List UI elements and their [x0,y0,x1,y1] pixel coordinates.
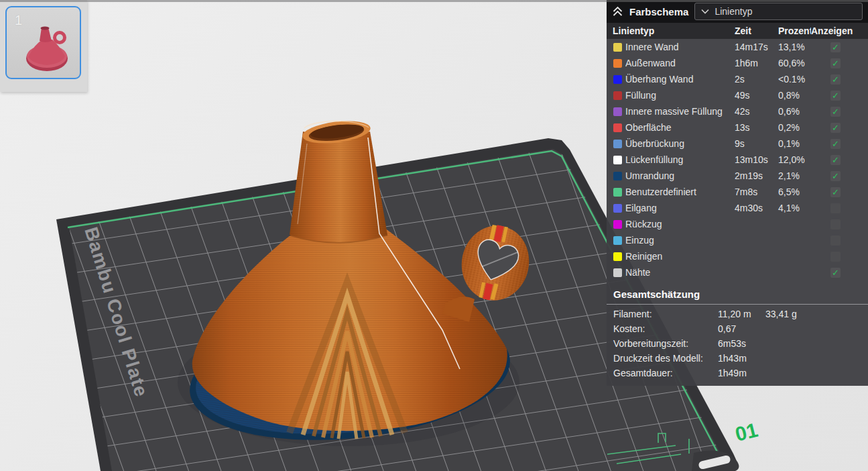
line-type-visibility-checkbox[interactable]: ✓ [830,91,841,101]
line-type-time: 14m17s [735,42,778,52]
line-type-row: Einzug [607,232,868,248]
header-percent: Prozent [778,25,811,36]
line-type-row: Innere Wand14m17s13,1%✓ [607,39,868,55]
line-type-time: 2s [735,74,778,85]
totals-row: Kosten:0,67 [607,321,868,336]
line-type-visibility-checkbox[interactable]: ✓ [830,171,841,181]
header-time: Zeit [735,25,778,36]
line-type-percent: 13,1% [778,42,830,52]
line-type-row: Oberfläche13s0,2%✓ [607,119,868,136]
totals-value: 6m53s [718,338,765,349]
line-type-visibility-checkbox[interactable]: ✓ [830,139,841,149]
line-type-color-swatch [613,188,622,197]
line-type-percent: 2,1% [778,170,830,181]
line-type-table-header: Linientyp Zeit Prozent Anzeigen [607,23,868,39]
line-type-percent: 0,8% [778,90,830,101]
line-type-row: Rückzug [607,216,868,232]
line-type-row: Überbrückung9s0,1%✓ [607,136,868,152]
totals-row: Filament:11,20 m33,41 g [607,307,868,321]
line-type-time: 13m10s [735,154,778,165]
line-type-color-swatch [613,59,622,68]
plate-thumbnail-card[interactable]: 1 [0,0,87,92]
line-type-color-swatch [613,252,622,261]
line-type-time: 13s [735,122,778,133]
line-type-percent: 0,1% [778,138,830,149]
color-scheme-panel: Farbschema Linientyp Linientyp Zeit Proz… [607,0,868,386]
line-type-color-swatch [613,140,622,148]
plate-thumbnail-selection[interactable]: 1 [5,6,81,79]
line-type-color-swatch [613,236,622,245]
line-type-visibility-checkbox[interactable]: ✓ [830,58,841,68]
line-type-time: 42s [735,106,778,117]
line-type-visibility-checkbox[interactable] [830,235,841,246]
line-type-color-swatch [613,43,622,52]
line-type-row: Benutzerdefiniert7m8s6,5%✓ [607,184,868,200]
totals-title: Gesamtschätzung [607,284,868,304]
totals-label: Kosten: [613,323,718,334]
line-type-label: Nähte [625,267,735,278]
line-type-percent: <0.1% [778,74,830,85]
totals-row: Druckzeit des Modell:1h43m [607,351,868,366]
totals-value: 1h49m [718,368,765,378]
line-type-visibility-checkbox[interactable]: ✓ [830,107,841,117]
line-type-label: Umrandung [625,170,735,181]
panel-titlebar: Farbschema Linientyp [607,0,868,23]
line-type-visibility-checkbox[interactable]: ✓ [830,74,841,85]
line-type-label: Lückenfüllung [625,154,735,165]
totals-value: 1h43m [718,353,765,364]
line-type-row: Außenwand1h6m60,6%✓ [607,55,868,71]
totals-value: 11,20 m [718,309,765,319]
line-type-row: Eilgang4m30s4,1% [607,200,868,216]
line-type-color-swatch [613,156,622,164]
totals-label: Vorbereitungszeit: [613,338,718,349]
line-type-visibility-checkbox[interactable]: ✓ [830,155,841,165]
line-type-time: 9s [735,138,778,149]
header-show: Anzeigen [811,25,868,36]
line-type-visibility-checkbox[interactable] [830,203,841,213]
line-type-label: Rückzug [625,219,735,229]
line-type-row: Umrandung2m19s2,1%✓ [607,168,868,184]
line-type-time: 49s [735,90,778,101]
totals-row: Gesamtdauer:1h49m [607,366,868,380]
totals-label: Druckzeit des Modell: [613,353,718,364]
view-type-dropdown[interactable]: Linientyp [694,3,863,20]
chevron-down-icon [701,9,709,14]
totals-value-2: 33,41 g [765,309,868,319]
app-window: Bambu Cool Plate 01 [0,0,868,471]
line-type-row: Innere massive Füllung42s0,6%✓ [607,103,868,119]
line-type-label: Einzug [625,235,735,246]
totals-value: 0,67 [718,323,765,334]
line-type-visibility-checkbox[interactable]: ✓ [830,187,841,197]
totals-label: Filament: [613,309,718,319]
line-type-row: Lückenfüllung13m10s12,0%✓ [607,152,868,168]
line-type-row: Überhang Wand2s<0.1%✓ [607,71,868,87]
header-line-type: Linientyp [613,25,735,36]
line-type-rows: Innere Wand14m17s13,1%✓Außenwand1h6m60,6… [607,39,868,280]
line-type-percent: 6,5% [778,187,830,197]
line-type-percent: 0,6% [778,106,830,117]
line-type-color-swatch [613,204,622,213]
line-type-label: Außenwand [625,58,735,68]
collapse-panel-icon[interactable] [612,6,623,17]
line-type-visibility-checkbox[interactable]: ✓ [830,42,841,52]
line-type-visibility-checkbox[interactable]: ✓ [830,123,841,133]
line-type-label: Innere massive Füllung [625,106,735,117]
line-type-row: Nähte✓ [607,264,868,280]
line-type-row: Reinigen [607,248,868,264]
window-top-edge [0,0,868,2]
line-type-time: 4m30s [735,203,778,213]
line-type-color-swatch [613,75,622,84]
line-type-visibility-checkbox[interactable] [830,219,841,229]
view-type-value: Linientyp [715,6,752,17]
line-type-percent: 0,2% [778,122,830,133]
line-type-color-swatch [613,268,622,277]
line-type-label: Innere Wand [625,42,735,52]
totals-separator [607,304,868,305]
plate-number-label: 01 [733,419,759,446]
line-type-color-swatch [613,172,622,180]
line-type-color-swatch [613,91,622,100]
line-type-percent: 12,0% [778,154,830,165]
line-type-visibility-checkbox[interactable]: ✓ [830,268,841,278]
totals-section: Gesamtschätzung Filament:11,20 m33,41 gK… [607,280,868,380]
line-type-visibility-checkbox[interactable] [830,252,841,262]
